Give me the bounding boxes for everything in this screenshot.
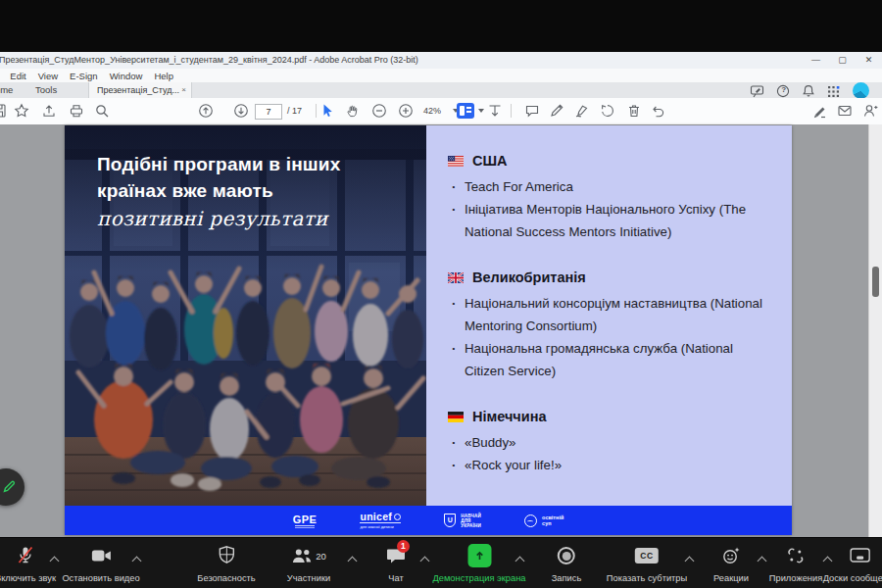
slide-photo: Подібні програми в інших країнах вже маю…: [65, 125, 426, 506]
zoom-meeting-shared-screen: Презентація_СтудМентор_Університетам_і_с…: [0, 0, 882, 588]
apps-button[interactable]: Приложения: [769, 538, 822, 588]
participants-options-chevron[interactable]: [349, 556, 356, 563]
shield-icon: [217, 545, 236, 566]
apps-grid-icon[interactable]: [826, 84, 842, 98]
next-page-icon[interactable]: [233, 103, 249, 119]
bullet-item: Teach For America: [448, 175, 764, 198]
organize-pages-icon[interactable]: [600, 103, 615, 119]
gpe-logo-subtext: [295, 525, 315, 526]
maximize-button[interactable]: ▢: [829, 52, 856, 69]
whiteboards-button[interactable]: Доски сообщений: [823, 538, 882, 588]
undo-icon[interactable]: [650, 103, 665, 119]
participants-icon: [291, 547, 313, 564]
section-uk: Великобританія Національний консорціум н…: [448, 270, 764, 382]
section-heading: США: [472, 153, 508, 169]
section-usa: США Teach For America Ініціатива Менторі…: [448, 153, 764, 243]
fill-and-sign-icon[interactable]: [811, 103, 827, 119]
participants-count: 20: [316, 551, 326, 562]
slide-title-line1: Подібні програми в інших: [97, 151, 341, 177]
video-options-chevron[interactable]: [133, 556, 140, 563]
share-with-person-icon[interactable]: [862, 103, 878, 119]
security-button[interactable]: Безопасность: [197, 538, 255, 588]
user-avatar[interactable]: [853, 82, 869, 99]
vertical-scrollbar[interactable]: [868, 124, 882, 537]
zoom-meeting-toolbar: Включить звук Остановить видео Безопасно…: [0, 537, 882, 588]
tab-home[interactable]: Home: [0, 82, 13, 98]
delete-trash-icon[interactable]: [626, 103, 642, 119]
send-email-icon[interactable]: [837, 103, 853, 119]
share-options-chevron[interactable]: [516, 556, 523, 563]
notifications-bell-icon[interactable]: [801, 84, 816, 98]
feedback-icon[interactable]: [750, 84, 765, 98]
audio-options-chevron[interactable]: [51, 556, 58, 563]
teach-for-ukraine-logo: U НАВЧАЙ ДЛЯ УКРАЇНИ: [444, 514, 481, 528]
tab-tools[interactable]: Tools: [35, 82, 57, 98]
slide-title: Подібні програми в інших країнах вже маю…: [97, 151, 341, 233]
reactions-button[interactable]: Реакции: [713, 538, 749, 588]
page-total-label: / 17: [287, 104, 302, 119]
sign-icon[interactable]: [574, 103, 590, 119]
reactions-options-chevron[interactable]: [759, 556, 765, 563]
page-number-input[interactable]: 7: [255, 104, 282, 120]
section-germany: Німеччина «Buddy» «Rock your life!»: [448, 409, 764, 476]
soup-circle-icon: [524, 514, 537, 527]
share-upload-icon[interactable]: [41, 103, 57, 119]
share-screen-button[interactable]: Демонстрация экрана: [432, 538, 525, 588]
tab-document-active[interactable]: Презентація_Студ... ×: [88, 82, 192, 98]
menu-bar: File Edit View E-Sign Window Help: [0, 69, 882, 82]
stop-video-button[interactable]: Остановить видео: [62, 538, 139, 588]
pdf-slide: Подібні програми в інших країнах вже маю…: [65, 125, 792, 535]
share-screen-icon: [467, 544, 491, 567]
chat-unread-badge: 1: [397, 540, 410, 553]
toolbar-divider: [316, 104, 317, 118]
scrollbar-thumb[interactable]: [872, 267, 879, 297]
page-display-mode-icon[interactable]: [457, 103, 474, 119]
uk-flag-icon: [448, 272, 464, 283]
menu-view[interactable]: View: [38, 71, 58, 81]
bullet-item: «Buddy»: [448, 431, 764, 454]
section-heading: Німеччина: [472, 409, 547, 424]
zoom-in-icon[interactable]: [398, 103, 414, 119]
unicef-logo: unicef для кожної дитини: [360, 513, 401, 529]
print-icon[interactable]: [69, 103, 84, 119]
page-display-caret-icon[interactable]: [478, 109, 484, 113]
zoom-out-icon[interactable]: [371, 103, 387, 119]
comment-icon[interactable]: [524, 103, 540, 119]
document-title: Презентація_СтудМентор_Університетам_і_с…: [3, 55, 418, 65]
participants-button[interactable]: 20 Участники: [287, 538, 330, 588]
zoom-level-value[interactable]: 42%: [423, 104, 441, 119]
save-icon[interactable]: [0, 103, 7, 119]
menu-edit[interactable]: Edit: [10, 71, 25, 81]
hand-tool-icon[interactable]: [345, 103, 361, 119]
slide-title-italic: позитивні результати: [97, 204, 341, 233]
previous-page-icon[interactable]: [198, 103, 214, 119]
captions-options-chevron[interactable]: [686, 556, 693, 563]
captions-button[interactable]: CC Показать субтитры: [607, 538, 687, 588]
bullet-item: Національний консорціум наставництва (Na…: [448, 292, 764, 337]
toolbar-divider: [511, 104, 512, 118]
zoom-apps-icon: [786, 546, 806, 565]
fit-width-icon[interactable]: [487, 103, 503, 119]
chat-options-chevron[interactable]: [421, 556, 428, 563]
mic-muted-icon: [16, 545, 35, 566]
search-icon[interactable]: [94, 103, 110, 119]
record-button[interactable]: Запись: [552, 538, 582, 588]
star-icon[interactable]: [14, 103, 29, 119]
us-flag-icon: [448, 156, 464, 167]
select-tool-icon[interactable]: [319, 103, 335, 119]
tab-document-label: Презентація_Студ...: [97, 85, 179, 95]
tab-close-icon[interactable]: ×: [181, 82, 186, 98]
slide-footer-logos: GPE unicef для кожної дитини U НАВЧАЙ ДЛ…: [65, 506, 792, 535]
menu-esign[interactable]: E-Sign: [70, 71, 98, 81]
gpe-logo: GPE: [293, 514, 318, 526]
chat-button[interactable]: 1 Чат: [386, 538, 406, 588]
pencil-edit-icon[interactable]: [549, 103, 564, 119]
close-button[interactable]: ✕: [856, 52, 882, 69]
unmute-button[interactable]: Включить звук: [0, 538, 56, 588]
whiteboard-icon: [850, 547, 871, 564]
help-icon[interactable]: ?: [775, 84, 791, 98]
record-icon: [558, 547, 575, 564]
menu-window[interactable]: Window: [110, 71, 143, 81]
minimize-button[interactable]: —: [803, 52, 829, 69]
menu-help[interactable]: Help: [154, 71, 173, 81]
